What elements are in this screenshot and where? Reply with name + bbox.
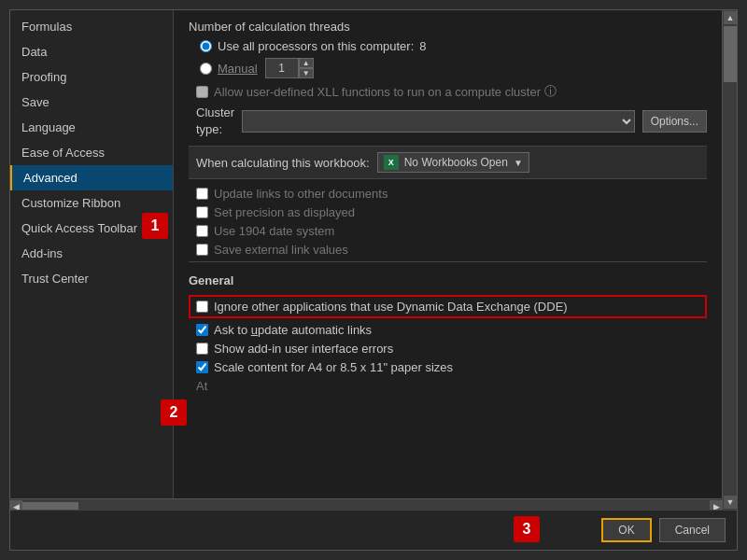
excel-icon: X bbox=[384, 155, 399, 170]
scroll-up-arrow[interactable]: ▲ bbox=[724, 11, 737, 24]
workbook-section-row: When calculating this workbook: X No Wor… bbox=[189, 146, 707, 179]
badge-3: 3 bbox=[514, 516, 540, 542]
sidebar-item-ease-of-access[interactable]: Ease of Access bbox=[10, 140, 173, 165]
update-links-row: Update links to other documents bbox=[189, 187, 707, 201]
workbook-dropdown[interactable]: X No Workbooks Open ▼ bbox=[377, 152, 529, 173]
scroll-down-arrow[interactable]: ▼ bbox=[724, 496, 737, 509]
spinner-up[interactable]: ▲ bbox=[299, 58, 314, 68]
thread-count-spinner: 1 ▲ ▼ bbox=[265, 58, 314, 78]
set-precision-row: Set precision as displayed bbox=[189, 205, 707, 219]
vertical-scrollbar[interactable]: ▲ ▼ bbox=[722, 10, 737, 510]
threads-title: Number of calculation threads bbox=[189, 20, 707, 34]
sidebar-item-customize-ribbon[interactable]: Customize Ribbon bbox=[10, 190, 173, 216]
sidebar-item-save[interactable]: Save bbox=[10, 90, 173, 115]
auto-links-label: Ask to update automatic links bbox=[214, 323, 372, 337]
addin-errors-checkbox[interactable] bbox=[196, 343, 208, 355]
manual-label: Manual bbox=[218, 62, 258, 76]
badge-1: 1 bbox=[142, 213, 168, 239]
cluster-type-select[interactable] bbox=[242, 110, 634, 133]
addin-errors-label: Show add-in user interface errors bbox=[214, 342, 393, 356]
spinner-buttons: ▲ ▼ bbox=[299, 58, 314, 78]
xll-cluster-label: Allow user-defined XLL functions to run … bbox=[214, 85, 541, 99]
workbook-section-label: When calculating this workbook: bbox=[196, 156, 370, 170]
cancel-button[interactable]: Cancel bbox=[659, 518, 726, 542]
scale-content-checkbox[interactable] bbox=[196, 361, 208, 373]
use-all-label: Use all processors on this computer: bbox=[218, 39, 414, 53]
sidebar-item-proofing[interactable]: Proofing bbox=[10, 64, 173, 90]
at-label: At bbox=[196, 379, 207, 393]
addin-errors-row: Show add-in user interface errors bbox=[189, 342, 707, 356]
settings-sidebar: Formulas Data Proofing Save Language Eas… bbox=[10, 10, 174, 510]
workbook-dropdown-arrow: ▼ bbox=[514, 158, 523, 168]
auto-links-row: Ask to update automatic links bbox=[189, 323, 707, 337]
dde-checkbox[interactable] bbox=[196, 301, 208, 313]
general-section-title: General bbox=[189, 273, 707, 287]
cluster-type-row: Clustertype: Options... bbox=[189, 105, 707, 138]
scale-content-row: Scale content for A4 or 8.5 x 11" paper … bbox=[189, 360, 707, 374]
xll-cluster-checkbox[interactable] bbox=[196, 86, 208, 98]
excel-options-dialog: Formulas Data Proofing Save Language Eas… bbox=[9, 9, 738, 551]
cluster-type-label: Clustertype: bbox=[196, 105, 234, 138]
save-external-label: Save external link values bbox=[214, 243, 348, 257]
sidebar-item-add-ins[interactable]: Add-ins bbox=[10, 241, 173, 266]
use-all-processors-row: Use all processors on this computer: 8 bbox=[189, 39, 707, 53]
set-precision-label: Set precision as displayed bbox=[214, 205, 355, 219]
sidebar-item-formulas[interactable]: Formulas bbox=[10, 14, 173, 39]
date-1904-checkbox[interactable] bbox=[196, 225, 208, 237]
save-external-checkbox[interactable] bbox=[196, 244, 208, 256]
scale-content-label: Scale content for A4 or 8.5 x 11" paper … bbox=[214, 360, 453, 374]
info-icon: ⓘ bbox=[544, 83, 557, 100]
sidebar-item-advanced[interactable]: Advanced bbox=[10, 165, 173, 190]
update-links-checkbox[interactable] bbox=[196, 188, 208, 200]
sidebar-item-trust-center[interactable]: Trust Center bbox=[10, 266, 173, 291]
workbook-dropdown-label: No Workbooks Open bbox=[404, 156, 508, 169]
manual-radio[interactable] bbox=[200, 63, 212, 75]
xll-cluster-row: Allow user-defined XLL functions to run … bbox=[189, 83, 707, 100]
date-1904-row: Use 1904 date system bbox=[189, 224, 707, 238]
thread-count-input[interactable]: 1 bbox=[265, 58, 299, 78]
dde-label: Ignore other applications that use Dynam… bbox=[214, 300, 568, 314]
badge-2: 2 bbox=[161, 399, 187, 426]
at-row: At bbox=[189, 379, 707, 393]
scroll-thumb[interactable] bbox=[724, 26, 737, 82]
sidebar-item-data[interactable]: Data bbox=[10, 39, 173, 64]
cluster-options-button[interactable]: Options... bbox=[642, 110, 707, 133]
use-all-radio[interactable] bbox=[200, 40, 212, 52]
processor-count: 8 bbox=[419, 39, 426, 53]
general-section: General Ignore other applications that u… bbox=[189, 261, 707, 393]
update-links-label: Update links to other documents bbox=[214, 187, 388, 201]
settings-content: Number of calculation threads Use all pr… bbox=[174, 10, 722, 510]
dialog-footer: OK Cancel bbox=[10, 510, 737, 550]
date-1904-label: Use 1904 date system bbox=[214, 224, 334, 238]
dde-row: Ignore other applications that use Dynam… bbox=[189, 295, 707, 318]
manual-threads-row: Manual 1 ▲ ▼ bbox=[189, 58, 707, 78]
spinner-down[interactable]: ▼ bbox=[299, 68, 314, 78]
threads-section: Number of calculation threads Use all pr… bbox=[189, 20, 707, 138]
set-precision-checkbox[interactable] bbox=[196, 206, 208, 218]
save-external-row: Save external link values bbox=[189, 243, 707, 257]
ok-button[interactable]: OK bbox=[601, 518, 651, 542]
auto-links-checkbox[interactable] bbox=[196, 324, 208, 336]
sidebar-item-language[interactable]: Language bbox=[10, 115, 173, 140]
